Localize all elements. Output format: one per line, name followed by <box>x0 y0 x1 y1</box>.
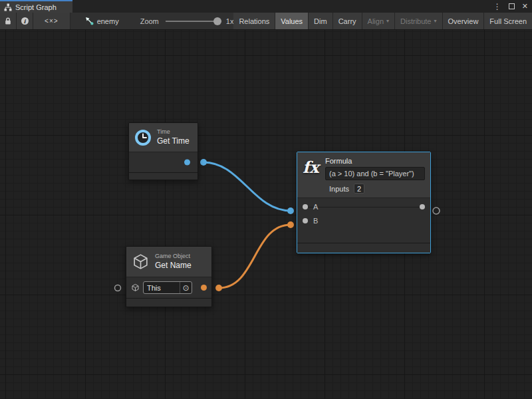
node-title: Get Name <box>155 261 192 271</box>
node-title: Get Time <box>157 136 190 146</box>
values-toggle[interactable]: Values <box>275 13 309 29</box>
tab-title: Script Graph <box>15 3 57 11</box>
graph-name: enemy <box>97 17 119 25</box>
node-title: Formula <box>325 157 425 165</box>
chevron-down-icon: ▾ <box>434 18 437 24</box>
port-row-b: B <box>297 213 430 227</box>
close-icon[interactable]: ✕ <box>522 3 528 10</box>
formula-input-b-port[interactable] <box>287 221 294 228</box>
small-cube-icon <box>131 283 140 292</box>
script-graph-asset-icon <box>85 17 94 25</box>
target-object-field[interactable]: This ⊙ <box>143 281 192 294</box>
node-category: Game Object <box>155 253 192 260</box>
gettime-result-dot[interactable] <box>184 160 190 166</box>
inspect-button[interactable]: i <box>17 13 33 29</box>
clock-icon <box>134 129 152 146</box>
wire-getname-to-formula-b[interactable] <box>219 225 291 288</box>
zoom-slider-handle[interactable] <box>213 17 221 25</box>
port-b-label: B <box>313 217 318 225</box>
inputs-label: Inputs <box>329 185 349 193</box>
distribute-dropdown[interactable]: Distribute ▾ <box>395 13 442 29</box>
getname-output-port[interactable] <box>215 285 222 291</box>
fullscreen-button[interactable]: Full Screen <box>484 13 532 29</box>
node-formula[interactable]: fx Formula (a > 10) and (b = "Player") I… <box>297 152 431 253</box>
getname-target-empty-port[interactable] <box>115 285 121 291</box>
zoom-slider[interactable] <box>166 21 221 22</box>
code-icon: <×> <box>45 17 59 25</box>
window-menu-icon[interactable]: ⋮ <box>493 3 501 11</box>
object-picker-icon[interactable]: ⊙ <box>180 282 192 293</box>
zoom-value: 1x <box>226 17 234 25</box>
graph-canvas[interactable]: Time Get Time fx Formula (a > 10) and (b… <box>0 30 532 399</box>
node-get-name[interactable]: Game Object Get Name This ⊙ <box>126 246 212 307</box>
lock-icon <box>4 17 12 25</box>
node-get-time[interactable]: Time Get Time <box>128 122 198 180</box>
gettime-output-port[interactable] <box>200 159 207 166</box>
port-a-label: A <box>313 203 318 211</box>
target-object-value: This <box>144 284 180 292</box>
fx-icon: fx <box>303 160 320 176</box>
formula-result-dot[interactable] <box>420 204 425 209</box>
title-bar: Script Graph ⋮ ✕ <box>0 0 532 13</box>
port-a-dot[interactable] <box>303 204 308 209</box>
chevron-down-icon: ▾ <box>386 18 389 24</box>
overview-button[interactable]: Overview <box>443 13 485 29</box>
formula-output-empty-port[interactable] <box>433 207 440 214</box>
node-category: Time <box>157 128 190 136</box>
inputs-count-field[interactable]: 2 <box>354 184 364 194</box>
dim-toggle[interactable]: Dim <box>309 13 333 29</box>
carry-toggle[interactable]: Carry <box>333 13 362 29</box>
lock-button[interactable] <box>0 13 17 29</box>
info-icon: i <box>21 17 29 25</box>
game-object-cube-icon <box>132 253 150 271</box>
maximize-icon[interactable] <box>509 3 515 9</box>
wire-gettime-to-formula-a[interactable] <box>203 162 291 211</box>
relation-line-a <box>307 207 422 207</box>
port-row-a: A <box>297 200 430 213</box>
align-dropdown[interactable]: Align ▾ <box>362 13 395 29</box>
formula-expression-input[interactable]: (a > 10) and (b = "Player") <box>325 167 425 180</box>
graph-breadcrumb[interactable]: enemy <box>81 13 123 29</box>
relations-toggle[interactable]: Relations <box>233 13 275 29</box>
port-b-dot[interactable] <box>303 218 308 223</box>
wire-layer <box>0 30 532 399</box>
graph-toolbar: i <×> enemy Zoom 1x Relations Values Dim… <box>0 13 532 30</box>
getname-result-dot[interactable] <box>201 285 207 291</box>
tab-script-graph[interactable]: Script Graph <box>0 0 72 13</box>
zoom-label: Zoom <box>140 17 159 25</box>
formula-input-a-port[interactable] <box>287 207 294 214</box>
code-view-button[interactable]: <×> <box>33 13 70 29</box>
graph-hierarchy-icon <box>4 3 12 11</box>
